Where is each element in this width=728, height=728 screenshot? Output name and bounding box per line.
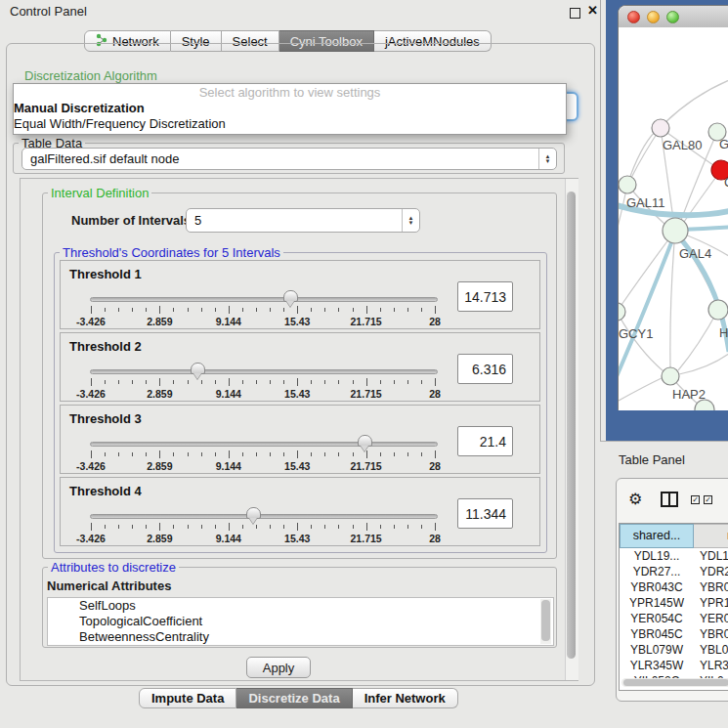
network-window-titlebar[interactable] xyxy=(619,6,728,28)
slider-tick xyxy=(215,380,216,384)
apply-button[interactable]: Apply xyxy=(246,657,311,678)
gear-icon[interactable]: ⚙ xyxy=(628,490,642,508)
threshold-2-ticks xyxy=(91,378,435,387)
numerical-attributes-list[interactable]: SelfLoops TopologicalCoefficient Between… xyxy=(47,597,554,646)
table-horizontal-scrollbar[interactable] xyxy=(621,678,728,687)
slider-tick xyxy=(353,380,354,384)
table-data-value: galFiltered.sif default node xyxy=(22,151,538,166)
control-panel-titlebar: Control Panel ✕ xyxy=(0,0,600,22)
cell: YLR3 xyxy=(694,658,728,673)
slider-tick-label: 21.715 xyxy=(351,460,382,472)
slider-tick-label: -3.426 xyxy=(76,316,106,327)
slider-tick xyxy=(394,452,395,456)
tab-impute-data[interactable]: Impute Data xyxy=(139,688,236,708)
attributes-group-title: Attributes to discretize xyxy=(48,560,179,575)
slider-tick-label: 2.859 xyxy=(147,533,172,544)
node-label-h-cut: H xyxy=(719,325,728,340)
algorithm-hint-item[interactable]: Select algorithm to view settings xyxy=(14,84,566,101)
threshold-4-value[interactable]: 11.344 xyxy=(457,498,513,529)
table-row[interactable]: YBL079WYBL0 xyxy=(620,642,728,658)
network-canvas[interactable]: GAL80 GA C GAL11 GAL4 GCY1 H HAP2 xyxy=(619,27,728,410)
slider-tick xyxy=(421,525,422,529)
list-item-selfloops[interactable]: SelfLoops xyxy=(48,598,553,614)
threshold-4-slider-thumb[interactable] xyxy=(246,507,261,519)
slider-tick xyxy=(201,452,202,456)
tab-infer-network[interactable]: Infer Network xyxy=(353,688,458,708)
slider-tick xyxy=(159,306,160,314)
tab-discretize-data-label: Discretize Data xyxy=(248,691,339,706)
slider-tick xyxy=(338,525,339,529)
column-header-shared-name[interactable]: shared... xyxy=(620,524,694,548)
numerical-attributes-label: Numerical Attributes xyxy=(47,578,171,593)
slider-tick xyxy=(353,452,354,456)
table-body[interactable]: YDL19...YDL1 YDR27...YDR2 YBR043CYBR0 YP… xyxy=(620,548,728,678)
checkbox-icon[interactable]: ✓ xyxy=(691,495,700,504)
slider-tick xyxy=(366,378,367,386)
column-header-name[interactable]: na xyxy=(694,524,728,548)
threshold-2-panel: Threshold 2 -3.4262.8599.14415.4321.7152… xyxy=(60,332,540,402)
threshold-2-slider-thumb[interactable] xyxy=(191,363,205,374)
slider-tick xyxy=(173,308,174,312)
column-layout-icon[interactable] xyxy=(661,492,678,507)
cell: YBR0 xyxy=(694,579,728,595)
slider-tick xyxy=(256,380,257,384)
attributes-list-scrollbar-thumb[interactable] xyxy=(541,600,550,641)
slider-tick-label: 9.144 xyxy=(216,316,241,327)
threshold-2-value[interactable]: 6.316 xyxy=(457,354,513,384)
slider-tick xyxy=(435,306,436,314)
cell: YDL19... xyxy=(620,548,694,564)
slider-tick xyxy=(421,452,422,456)
settings-scrollbar-thumb[interactable] xyxy=(567,192,576,659)
popup-item-equal-width-frequency[interactable]: Equal Width/Frequency Discretization xyxy=(14,116,566,132)
table-horizontal-scrollbar-thumb[interactable] xyxy=(623,679,728,686)
slider-tick xyxy=(201,308,202,312)
popup-item-manual-discretization[interactable]: Manual Discretization xyxy=(14,101,566,116)
stepper-arrows-icon: ▲▼ xyxy=(538,149,556,169)
slider-tick-label: 21.715 xyxy=(351,316,382,327)
close-traffic-light-icon[interactable] xyxy=(627,11,640,23)
slider-tick xyxy=(229,306,230,314)
slider-tick-label: 2.859 xyxy=(147,388,172,400)
threshold-1-slider-track[interactable] xyxy=(90,297,438,302)
slider-tick xyxy=(324,525,325,529)
slider-tick xyxy=(105,452,106,456)
slider-tick xyxy=(229,523,230,531)
table-header-row: shared... na xyxy=(620,524,728,548)
zoom-traffic-light-icon[interactable] xyxy=(666,11,679,23)
slider-tick xyxy=(159,523,160,531)
list-item-topologicalcoefficient[interactable]: TopologicalCoefficient xyxy=(48,614,553,629)
threshold-2-slider-track[interactable] xyxy=(90,369,438,374)
slider-tick xyxy=(338,452,339,456)
minimize-traffic-light-icon[interactable] xyxy=(647,11,660,23)
threshold-3-panel: Threshold 3 -3.4262.8599.14415.4321.7152… xyxy=(60,405,540,474)
threshold-3-slider-thumb[interactable] xyxy=(358,435,372,447)
threshold-1-value[interactable]: 14.713 xyxy=(457,281,513,312)
list-item-betweennesscentrality[interactable]: BetweennessCentrality xyxy=(48,629,553,645)
table-data-combobox[interactable]: galFiltered.sif default node ▲▼ xyxy=(21,148,557,170)
checkbox-icon[interactable]: ✓ xyxy=(704,495,712,504)
cell: YDR2 xyxy=(694,564,728,579)
algorithm-dropdown-popup: Select algorithm to view settings Manual… xyxy=(13,83,567,135)
number-of-intervals-combobox[interactable]: 5 ▲▼ xyxy=(186,208,420,233)
table-row[interactable]: YBR043CYBR0 xyxy=(620,579,728,595)
threshold-1-slider-thumb[interactable] xyxy=(283,290,298,302)
table-row[interactable]: YLR345WYLR3 xyxy=(620,658,728,673)
slider-tick xyxy=(270,525,271,529)
tab-discretize-data[interactable]: Discretize Data xyxy=(236,688,352,708)
threshold-3-slider-track[interactable] xyxy=(90,442,438,447)
stepper-arrows-icon: ▲▼ xyxy=(402,209,419,232)
table-row[interactable]: YDR27...YDR2 xyxy=(620,564,728,579)
threshold-3-value[interactable]: 21.4 xyxy=(457,426,513,456)
slider-tick xyxy=(366,450,367,458)
threshold-4-label: Threshold 4 xyxy=(69,484,142,498)
threshold-4-slider-track[interactable] xyxy=(90,514,438,519)
network-window[interactable]: GAL80 GA C GAL11 GAL4 GCY1 H HAP2 xyxy=(618,5,728,410)
table-row[interactable]: YDL19...YDL1 xyxy=(620,548,728,564)
slider-tick xyxy=(132,308,133,312)
table-row[interactable]: YER054CYER0 xyxy=(620,611,728,626)
node-label-ga-cut: GA xyxy=(719,137,728,151)
table-row[interactable]: YBR045CYBR0 xyxy=(620,626,728,642)
close-icon[interactable]: ✕ xyxy=(587,3,598,18)
table-row[interactable]: YPR145WYPR1 xyxy=(620,595,728,611)
float-window-icon[interactable] xyxy=(570,8,580,19)
